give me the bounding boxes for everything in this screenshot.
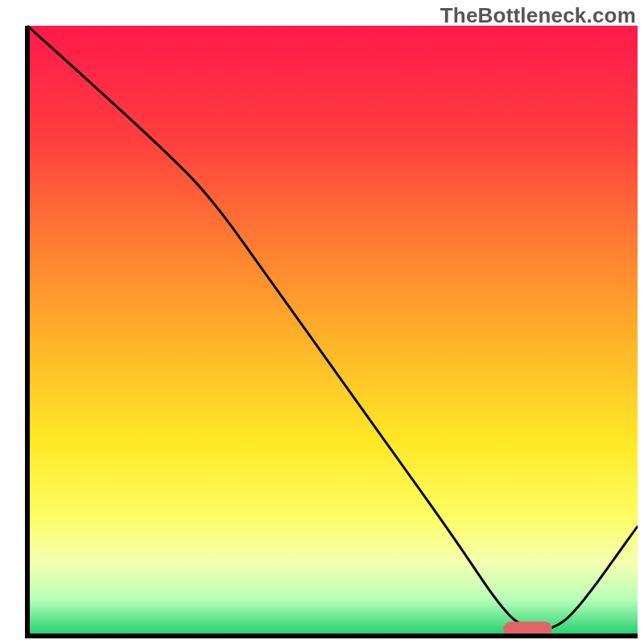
plot-background [27, 26, 638, 636]
watermark-text: TheBottleneck.com [440, 3, 636, 28]
chart-canvas [0, 0, 644, 644]
bottleneck-chart: TheBottleneck.com [0, 0, 644, 644]
